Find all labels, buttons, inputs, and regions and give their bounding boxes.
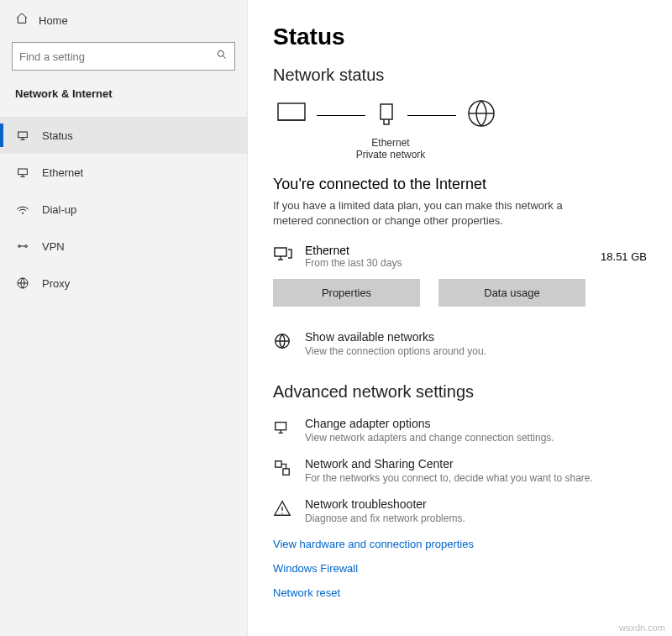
properties-button[interactable]: Properties <box>273 279 420 307</box>
nav-label: VPN <box>42 240 65 253</box>
advanced-heading: Advanced network settings <box>273 382 647 402</box>
svg-point-0 <box>218 50 223 56</box>
search-box[interactable] <box>12 42 235 71</box>
svg-rect-2 <box>18 169 28 175</box>
section-network-status: Network status <box>273 66 647 85</box>
home-icon <box>15 12 29 29</box>
svg-rect-7 <box>278 103 305 120</box>
status-icon <box>15 129 30 142</box>
home-link[interactable]: Home <box>0 0 247 37</box>
network-sub: From the last 30 days <box>305 257 589 269</box>
connected-title: You're connected to the Internet <box>273 176 647 193</box>
dialup-icon <box>15 202 30 216</box>
ethernet-icon <box>15 166 30 179</box>
nav-item-status[interactable]: Status <box>0 117 247 154</box>
globe-icon <box>466 98 496 132</box>
network-row: Ethernet From the last 30 days 18.51 GB <box>273 244 647 269</box>
option-title: Show available networks <box>305 330 486 344</box>
svg-point-3 <box>22 213 23 213</box>
category-heading: Network & Internet <box>0 82 247 117</box>
adapter-icon <box>273 417 293 444</box>
page-title: Status <box>273 24 647 50</box>
search-icon <box>216 49 228 64</box>
nav-label: Proxy <box>42 277 70 290</box>
network-troubleshooter[interactable]: Network troubleshooter Diagnose and fix … <box>273 497 647 524</box>
sidebar: Home Network & Internet Status Ethernet … <box>0 0 248 636</box>
nav-item-dialup[interactable]: Dial-up <box>0 191 247 228</box>
svg-rect-1 <box>18 132 28 138</box>
link-windows-firewall[interactable]: Windows Firewall <box>273 562 647 575</box>
svg-rect-13 <box>276 461 281 467</box>
search-input[interactable] <box>19 50 216 63</box>
option-title: Change adapter options <box>305 417 554 430</box>
diagram-labels: Ethernet Private network <box>332 137 449 160</box>
link-hardware-properties[interactable]: View hardware and connection properties <box>273 538 647 550</box>
diagram-line <box>407 115 456 116</box>
nav-item-proxy[interactable]: Proxy <box>0 265 247 302</box>
change-adapter-options[interactable]: Change adapter options View network adap… <box>273 417 647 444</box>
svg-rect-8 <box>381 104 392 119</box>
option-desc: View the connection options around you. <box>305 345 486 357</box>
nav-label: Ethernet <box>42 166 83 179</box>
option-desc: Diagnose and fix network problems. <box>305 512 465 524</box>
nav-item-vpn[interactable]: VPN <box>0 228 247 265</box>
computer-icon <box>276 102 307 129</box>
nav-label: Dial-up <box>42 203 76 216</box>
svg-point-5 <box>25 245 28 248</box>
option-title: Network troubleshooter <box>305 497 465 511</box>
diagram-line <box>317 115 365 116</box>
option-desc: View network adapters and change connect… <box>305 432 554 444</box>
svg-point-4 <box>18 245 21 248</box>
ethernet-icon <box>273 244 293 268</box>
adapter-icon <box>375 101 397 129</box>
svg-rect-14 <box>283 469 289 475</box>
network-usage: 18.51 GB <box>601 250 647 263</box>
warning-icon <box>273 497 293 524</box>
network-name: Ethernet <box>305 244 589 257</box>
svg-rect-10 <box>275 248 286 256</box>
home-label: Home <box>39 14 68 27</box>
proxy-icon <box>15 276 30 290</box>
connected-desc: If you have a limited data plan, you can… <box>273 198 575 229</box>
vpn-icon <box>15 239 30 253</box>
network-diagram <box>276 98 647 132</box>
sharing-icon <box>273 457 293 484</box>
show-available-networks[interactable]: Show available networks View the connect… <box>273 330 647 357</box>
nav-label: Status <box>42 129 73 142</box>
option-title: Network and Sharing Center <box>305 457 593 470</box>
network-sharing-center[interactable]: Network and Sharing Center For the netwo… <box>273 457 647 484</box>
main-content: Status Network status Ethernet Private n… <box>248 0 672 636</box>
data-usage-button[interactable]: Data usage <box>438 279 585 307</box>
diagram-adapter-label: Ethernet <box>332 137 449 149</box>
svg-rect-12 <box>276 423 286 430</box>
button-row: Properties Data usage <box>273 279 647 307</box>
globe-icon <box>273 330 293 357</box>
link-network-reset[interactable]: Network reset <box>273 586 647 599</box>
nav-list: Status Ethernet Dial-up VPN Proxy <box>0 117 247 302</box>
option-desc: For the networks you connect to, decide … <box>305 472 593 484</box>
watermark: wsxdn.com <box>619 623 665 633</box>
diagram-profile-label: Private network <box>332 149 449 160</box>
nav-item-ethernet[interactable]: Ethernet <box>0 154 247 191</box>
